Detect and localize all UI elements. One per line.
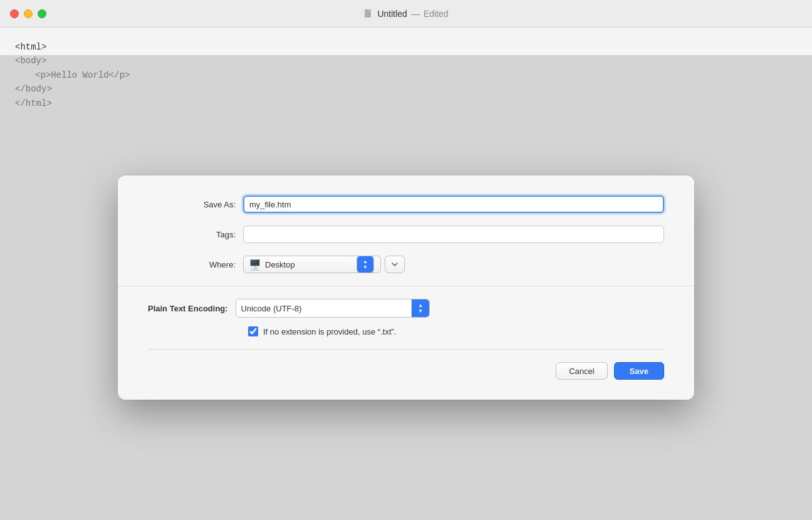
encoding-stepper-up-icon: ▲ <box>418 303 423 308</box>
where-select[interactable]: 🖥️ Desktop ▲ ▼ <box>243 256 381 273</box>
title-bar-content: Untitled — Edited <box>363 9 448 19</box>
where-stepper[interactable]: ▲ ▼ <box>357 256 374 273</box>
tags-input[interactable] <box>243 226 664 243</box>
cancel-button[interactable]: Cancel <box>556 362 607 380</box>
where-stepper-arrows: ▲ ▼ <box>363 259 368 270</box>
where-expand-button[interactable] <box>385 256 405 273</box>
window-edited-separator: — <box>411 9 420 19</box>
encoding-row: Plain Text Encoding: Unicode (UTF-8) Wes… <box>148 299 664 318</box>
save-as-row: Save As: <box>148 195 664 213</box>
checkbox-label: If no extension is provided, use “.txt”. <box>263 327 396 336</box>
encoding-stepper[interactable]: ▲ ▼ <box>412 299 429 317</box>
title-bar: Untitled — Edited <box>0 0 812 28</box>
encoding-select-wrap: Unicode (UTF-8) Western (Mac OS Roman) W… <box>236 299 430 318</box>
modal-backdrop: Save As: Tags: Where: 🖥️ Desktop <box>0 55 812 520</box>
encoding-label: Plain Text Encoding: <box>148 304 228 313</box>
window-title: Untitled <box>377 9 407 19</box>
extension-checkbox[interactable] <box>248 326 258 336</box>
editor-area: <html> <body> <p>Hello World</p> </body>… <box>0 28 812 520</box>
where-row: Where: 🖥️ Desktop ▲ ▼ <box>148 256 664 273</box>
window-edited-label: Edited <box>424 9 449 19</box>
save-dialog: Save As: Tags: Where: 🖥️ Desktop <box>118 175 694 400</box>
divider-2 <box>148 349 664 350</box>
code-line-1: <html> <box>15 40 797 54</box>
stepper-up-icon: ▲ <box>363 259 368 264</box>
dialog-form: Save As: Tags: Where: 🖥️ Desktop <box>118 175 694 273</box>
document-icon <box>363 9 373 19</box>
minimize-button[interactable] <box>24 9 33 18</box>
dialog-buttons: Cancel Save <box>148 362 664 382</box>
where-value: Desktop <box>265 260 353 269</box>
close-button[interactable] <box>10 9 19 18</box>
tags-label: Tags: <box>148 230 236 239</box>
maximize-button[interactable] <box>38 9 46 18</box>
stepper-down-icon: ▼ <box>363 265 368 270</box>
encoding-stepper-down-icon: ▼ <box>418 309 423 314</box>
where-label: Where: <box>148 260 236 269</box>
folder-icon: 🖥️ <box>249 259 261 271</box>
tags-row: Tags: <box>148 226 664 243</box>
save-as-input[interactable] <box>243 195 664 213</box>
checkbox-row: If no extension is provided, use “.txt”. <box>248 326 664 336</box>
dialog-bottom: Plain Text Encoding: Unicode (UTF-8) Wes… <box>118 286 694 400</box>
save-button[interactable]: Save <box>614 362 664 380</box>
where-select-wrap: 🖥️ Desktop ▲ ▼ <box>243 256 405 273</box>
save-as-label: Save As: <box>148 200 236 209</box>
encoding-select[interactable]: Unicode (UTF-8) Western (Mac OS Roman) W… <box>236 299 412 317</box>
encoding-stepper-arrows: ▲ ▼ <box>418 303 423 314</box>
chevron-down-icon <box>392 263 398 266</box>
traffic-lights <box>10 9 46 18</box>
